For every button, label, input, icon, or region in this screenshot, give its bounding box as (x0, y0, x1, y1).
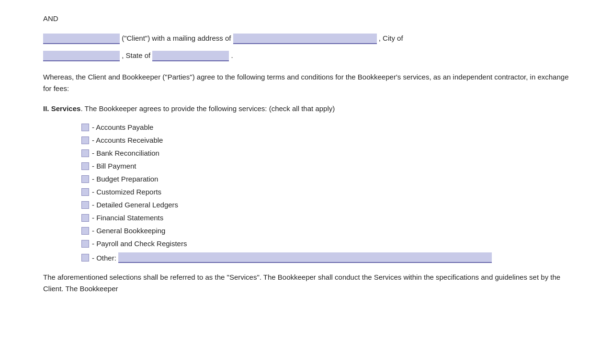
checkbox-icon[interactable] (81, 149, 89, 157)
client-city-line: , State of . (43, 48, 569, 63)
state-label: , State of (122, 51, 150, 59)
service-label: - Bank Reconciliation (92, 149, 159, 157)
checkbox-icon[interactable] (81, 240, 89, 248)
checkbox-icon[interactable] (81, 124, 89, 131)
service-item: - Financial Statements (81, 214, 569, 222)
service-item: - Payroll and Check Registers (81, 239, 569, 248)
client-text-middle: ("Client") with a mailing address of (122, 34, 233, 42)
checkbox-icon[interactable] (81, 136, 89, 144)
other-label: - Other: (92, 254, 116, 262)
service-label: - Financial Statements (92, 214, 163, 222)
service-label: - Budget Preparation (92, 175, 158, 183)
whereas-block: Whereas, the Client and Bookkeeper ("Par… (43, 71, 569, 94)
services-heading-rest: . The Bookkeeper agrees to provide the f… (80, 104, 335, 113)
checkbox-icon-other[interactable] (81, 254, 89, 262)
services-heading-bold: II. Services (43, 104, 80, 113)
service-label: - Bill Payment (92, 162, 136, 170)
service-label: - Accounts Receivable (92, 136, 163, 144)
period: . (231, 51, 233, 59)
checkbox-icon[interactable] (81, 201, 89, 209)
service-label: - Detailed General Ledgers (92, 201, 178, 209)
service-label: - Payroll and Check Registers (92, 239, 187, 248)
service-item: - Customized Reports (81, 188, 569, 196)
checkbox-icon[interactable] (81, 188, 89, 196)
service-item: - Accounts Payable (81, 123, 569, 131)
city-label: , City of (379, 34, 403, 42)
service-item: - Bank Reconciliation (81, 149, 569, 157)
client-line: ("Client") with a mailing address of , C… (43, 31, 569, 46)
service-item: - General Bookkeeping (81, 227, 569, 235)
services-list: - Accounts Payable- Accounts Receivable-… (81, 123, 569, 263)
service-item: - Budget Preparation (81, 175, 569, 183)
service-label: - Customized Reports (92, 188, 161, 196)
checkbox-icon[interactable] (81, 162, 89, 170)
other-input[interactable] (118, 252, 492, 263)
client-name-input[interactable] (43, 34, 120, 44)
service-label: - General Bookkeeping (92, 227, 165, 235)
checkbox-icon[interactable] (81, 175, 89, 183)
footer-text: The aforementioned selections shall be r… (43, 272, 569, 295)
services-heading: II. Services. The Bookkeeper agrees to p… (43, 103, 569, 114)
and-text: AND (43, 14, 569, 23)
state-input[interactable] (152, 51, 229, 61)
checkbox-icon[interactable] (81, 227, 89, 235)
service-item: - Accounts Receivable (81, 136, 569, 144)
city-input[interactable] (43, 51, 120, 61)
service-label: - Accounts Payable (92, 123, 153, 131)
service-item-other: - Other: (81, 252, 569, 263)
service-item: - Bill Payment (81, 162, 569, 170)
mailing-address-input[interactable] (233, 34, 377, 44)
checkbox-icon[interactable] (81, 214, 89, 222)
service-item: - Detailed General Ledgers (81, 201, 569, 209)
